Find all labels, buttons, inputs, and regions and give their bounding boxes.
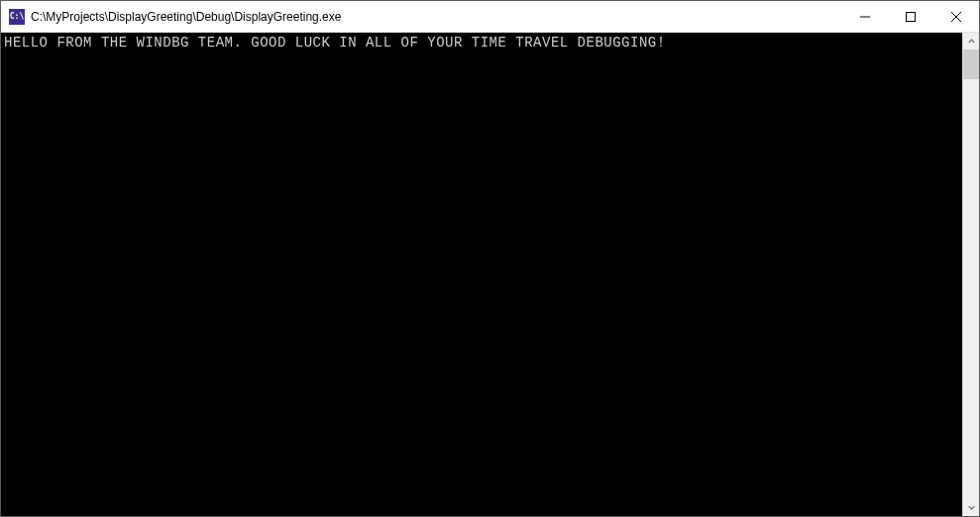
scroll-track[interactable] — [963, 50, 979, 499]
scroll-thumb[interactable] — [963, 50, 979, 79]
window-title: C:\MyProjects\DisplayGreeting\Debug\Disp… — [31, 10, 842, 24]
scroll-up-button[interactable] — [963, 33, 979, 50]
console-window: C:\ C:\MyProjects\DisplayGreeting\Debug\… — [0, 0, 980, 517]
vertical-scrollbar[interactable] — [962, 33, 979, 516]
console-output[interactable]: HELLO FROM THE WINDBG TEAM. GOOD LUCK IN… — [1, 33, 962, 516]
chevron-down-icon — [968, 504, 975, 511]
window-controls — [842, 1, 979, 32]
maximize-button[interactable] — [888, 1, 933, 32]
app-icon-label: C:\ — [10, 12, 24, 21]
close-button[interactable] — [933, 1, 979, 32]
minimize-icon — [860, 12, 870, 22]
svg-rect-1 — [907, 12, 916, 21]
minimize-button[interactable] — [842, 1, 888, 32]
content-area: HELLO FROM THE WINDBG TEAM. GOOD LUCK IN… — [1, 33, 979, 516]
titlebar[interactable]: C:\ C:\MyProjects\DisplayGreeting\Debug\… — [1, 1, 979, 33]
scroll-down-button[interactable] — [963, 499, 979, 516]
chevron-up-icon — [968, 38, 975, 45]
maximize-icon — [906, 12, 916, 22]
close-icon — [951, 12, 961, 22]
app-icon: C:\ — [9, 9, 25, 25]
